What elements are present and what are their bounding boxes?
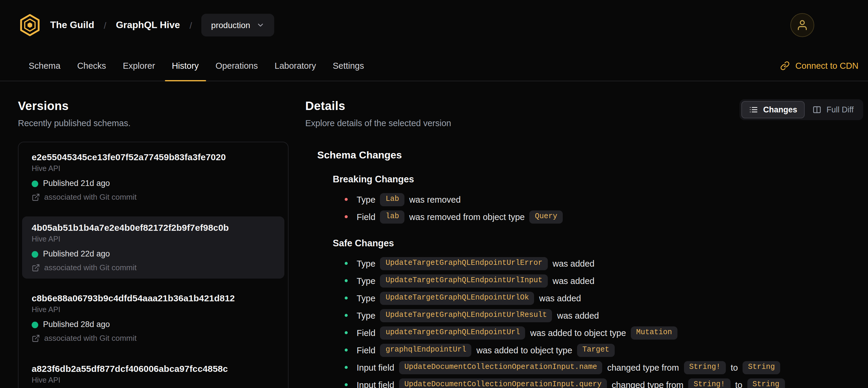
tab-checks[interactable]: Checks — [69, 50, 115, 81]
version-item[interactable]: a823f6db2a55df877dcf406006abca97fcc4858c… — [22, 358, 284, 388]
change-text: was removed from object type — [409, 212, 525, 221]
details-title-block: Details Explore details of the selected … — [305, 98, 451, 128]
version-list: e2e55045345ce13fe07f52a77459b83fa3fe7020… — [18, 142, 288, 388]
details-title: Details — [305, 98, 451, 114]
change-text: Type — [356, 293, 375, 303]
change-text: changed type from — [612, 380, 683, 388]
tab-operations[interactable]: Operations — [207, 50, 266, 81]
change-code: String — [747, 378, 785, 388]
tab-history[interactable]: History — [163, 50, 207, 81]
version-service: Hive API — [32, 235, 275, 244]
change-item: Field lab was removed from object type Q… — [345, 208, 863, 226]
tab-bar-spacer — [372, 50, 780, 81]
safe-changes-list: Type UpdateTargetGraphQLEndpointUrlError… — [345, 255, 863, 388]
view-toggle: Changes Full Diff — [740, 99, 863, 120]
change-text: was added to object type — [530, 328, 626, 337]
change-text: Type — [356, 259, 375, 268]
target-selector-value: production — [211, 20, 250, 30]
change-code: UpdateTargetGraphQLEndpointUrlResult — [380, 309, 552, 322]
safe-bullet-icon — [345, 314, 348, 317]
change-text: Input field — [356, 363, 394, 372]
change-code: UpdateTargetGraphQLEndpointUrlOk — [380, 292, 534, 305]
safe-bullet-icon — [345, 331, 348, 334]
connect-cdn-link[interactable]: Connect to CDN — [780, 50, 859, 81]
version-git-link[interactable]: associated with Git commit — [32, 192, 275, 202]
change-code: UpdateDocumentCollectionOperationInput.q… — [399, 378, 607, 388]
change-item: Type UpdateTargetGraphQLEndpointUrlOk wa… — [345, 289, 863, 307]
change-text: was added — [553, 259, 594, 268]
breaking-changes-list: Type Lab was removed Field lab was remov… — [345, 191, 863, 226]
change-code: updateTargetGraphQLEndpointUrl — [380, 326, 525, 339]
version-item-selected[interactable]: 4b05ab51b1b4a7e2e4b0ef82172f2b9f7ef98c0b… — [22, 216, 284, 278]
safe-bullet-icon — [345, 279, 348, 282]
tab-schema[interactable]: Schema — [20, 50, 69, 81]
change-text: changed type from — [607, 363, 679, 372]
version-service: Hive API — [32, 305, 275, 315]
external-link-icon — [32, 264, 40, 272]
target-selector[interactable]: production — [202, 14, 274, 36]
tab-bar: Schema Checks Explorer History Operation… — [0, 50, 868, 81]
change-code: String! — [684, 361, 726, 374]
full-diff-view-button[interactable]: Full Diff — [805, 101, 861, 118]
details-header: Details Explore details of the selected … — [305, 98, 863, 128]
change-text: was added — [557, 310, 599, 320]
external-link-icon — [32, 334, 40, 342]
version-item[interactable]: e2e55045345ce13fe07f52a77459b83fa3fe7020… — [22, 146, 284, 208]
version-git-link[interactable]: associated with Git commit — [32, 334, 275, 343]
version-hash: c8b6e88a06793b9c4dfd54aaa21b36a1b421d812 — [32, 293, 275, 304]
safe-bullet-icon — [345, 383, 348, 386]
user-avatar[interactable] — [790, 13, 814, 37]
version-hash: a823f6db2a55df877dcf406006abca97fcc4858c — [32, 363, 275, 374]
breadcrumb-separator: / — [104, 20, 106, 30]
changes-view-button[interactable]: Changes — [742, 101, 805, 118]
change-text: was added — [553, 276, 594, 286]
tab-settings[interactable]: Settings — [324, 50, 372, 81]
breadcrumb-org[interactable]: The Guild — [50, 20, 94, 30]
version-git-link[interactable]: associated with Git commit — [32, 263, 275, 273]
change-text: to — [731, 363, 738, 372]
safe-bullet-icon — [345, 297, 348, 300]
change-code: String — [743, 361, 780, 374]
change-code: graphqlEndpointUrl — [380, 344, 472, 357]
breadcrumb: The Guild / GraphQL Hive / production — [50, 14, 274, 36]
safe-bullet-icon — [345, 262, 348, 265]
version-service: Hive API — [32, 165, 275, 173]
hive-logo-icon[interactable] — [18, 13, 42, 37]
version-status: Published 21d ago — [32, 179, 275, 188]
change-code: Query — [530, 210, 563, 223]
main-content: Versions Recently published schemas. e2e… — [0, 81, 868, 388]
change-text: Field — [356, 345, 375, 355]
change-text: was added — [539, 293, 581, 303]
change-code: Target — [577, 344, 615, 357]
change-text: Type — [356, 195, 375, 204]
version-status: Published 28d ago — [32, 320, 275, 329]
published-text: Published 21d ago — [43, 179, 110, 188]
published-dot-icon — [32, 321, 38, 328]
change-code: Lab — [380, 193, 404, 206]
version-item[interactable]: c8b6e88a06793b9c4dfd54aaa21b36a1b421d812… — [22, 287, 284, 349]
versions-panel: Versions Recently published schemas. e2e… — [18, 98, 288, 388]
change-text: Field — [356, 328, 375, 337]
version-hash: 4b05ab51b1b4a7e2e4b0ef82172f2b9f7ef98c0b — [32, 222, 275, 233]
breaking-changes-title: Breaking Changes — [333, 173, 863, 185]
breadcrumb-project[interactable]: GraphQL Hive — [116, 20, 180, 30]
list-icon — [749, 105, 758, 114]
change-item: Input field UpdateDocumentCollectionOper… — [345, 376, 863, 388]
details-subtitle: Explore details of the selected version — [305, 118, 451, 128]
published-dot-icon — [32, 251, 38, 257]
versions-subtitle: Recently published schemas. — [18, 118, 288, 128]
change-item: Input field UpdateDocumentCollectionOper… — [345, 359, 863, 376]
app-root: The Guild / GraphQL Hive / production Sc… — [0, 0, 868, 388]
breadcrumb-separator: / — [190, 20, 192, 30]
link-icon — [780, 61, 790, 70]
change-text: was removed — [409, 195, 461, 204]
change-item: Field updateTargetGraphQLEndpointUrl was… — [345, 324, 863, 341]
version-hash: e2e55045345ce13fe07f52a77459b83fa3fe7020 — [32, 152, 275, 162]
tab-explorer[interactable]: Explorer — [115, 50, 163, 81]
connect-cdn-label: Connect to CDN — [796, 61, 859, 70]
change-text: Input field — [356, 380, 394, 388]
change-text: Type — [356, 310, 375, 320]
tab-laboratory[interactable]: Laboratory — [266, 50, 324, 81]
published-dot-icon — [32, 180, 38, 187]
change-item: Type UpdateTargetGraphQLEndpointUrlResul… — [345, 307, 863, 324]
